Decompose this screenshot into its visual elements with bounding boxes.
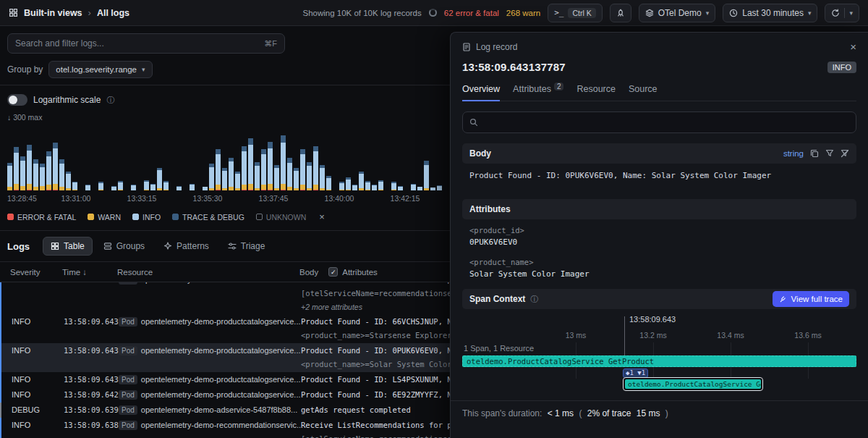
histogram-bar[interactable]	[248, 138, 253, 190]
drawer-tab-source[interactable]: Source	[629, 84, 658, 94]
span-selection-box[interactable]: oteldemo.ProductCatalogService GetP	[623, 377, 763, 391]
histogram-bar[interactable]	[46, 151, 51, 190]
histogram-bar[interactable]	[281, 135, 286, 190]
histogram-bar[interactable]	[346, 177, 351, 190]
legend-item[interactable]: WARN	[88, 213, 121, 222]
histogram-bar[interactable]	[98, 182, 103, 190]
histogram-bar[interactable]	[424, 161, 429, 190]
legend-item[interactable]: TRACE & DEBUG	[172, 213, 244, 222]
histogram-bar[interactable]	[176, 186, 182, 190]
view-full-trace-button[interactable]: View full trace	[773, 291, 849, 307]
histogram-bar[interactable]	[157, 168, 162, 190]
histogram-bar[interactable]	[118, 181, 123, 190]
time-range-select[interactable]: Last 30 minutes ▾	[723, 4, 817, 22]
histogram-bar[interactable]	[242, 146, 247, 190]
histogram-bar[interactable]	[14, 147, 19, 190]
histogram-bar[interactable]	[72, 182, 77, 190]
histogram-bar[interactable]	[235, 172, 240, 190]
command-palette-button[interactable]: >_ Ctrl K	[548, 4, 603, 22]
warn-count[interactable]: 268 warn	[506, 9, 540, 17]
refresh-progress-icon[interactable]	[429, 9, 437, 17]
legend-clear-button[interactable]: ×	[318, 211, 326, 222]
attribute-item[interactable]: <product_name>Solar System Color Imager	[469, 257, 849, 280]
histogram-bar[interactable]	[287, 158, 292, 190]
histogram-bar[interactable]	[203, 187, 208, 190]
histogram-bar[interactable]	[307, 162, 312, 190]
histogram-bar[interactable]	[85, 185, 90, 190]
error-count[interactable]: 62 error & fatal	[444, 9, 499, 17]
histogram-bar[interactable]	[255, 162, 260, 190]
histogram-bar[interactable]	[326, 176, 331, 190]
histogram-bar[interactable]	[268, 142, 273, 190]
search-input[interactable]	[15, 38, 264, 49]
view-tab-triage[interactable]: Triage	[220, 237, 273, 256]
histogram-bar[interactable]	[59, 159, 64, 190]
info-icon: ⓘ	[106, 95, 114, 106]
span-bar[interactable]: oteldemo.ProductCatalogService GetProduc…	[462, 355, 856, 367]
histogram-bar[interactable]	[320, 165, 325, 190]
histogram-bar[interactable]	[222, 168, 227, 190]
histogram-bar[interactable]	[261, 149, 266, 190]
view-tab-patterns[interactable]: Patterns	[156, 237, 217, 256]
histogram-bar[interactable]	[294, 168, 299, 190]
view-tab-groups[interactable]: Groups	[95, 237, 153, 256]
attribute-item[interactable]: <product_id>0PUK6V6EV0	[469, 225, 849, 248]
close-icon[interactable]: ×	[850, 41, 856, 52]
histogram-bar[interactable]	[209, 164, 214, 190]
histogram-bar[interactable]	[190, 184, 195, 190]
histogram-bar[interactable]	[378, 180, 383, 190]
histogram-bar[interactable]	[20, 156, 25, 190]
histogram-bar[interactable]	[150, 184, 156, 190]
histogram-bar[interactable]	[437, 185, 442, 190]
histogram-bar[interactable]	[7, 163, 12, 190]
histogram-bar[interactable]	[274, 165, 279, 190]
histogram-bar[interactable]	[66, 172, 71, 190]
histogram-bar[interactable]	[300, 149, 305, 190]
histogram-bar[interactable]	[163, 181, 169, 190]
histogram-bar[interactable]	[131, 185, 136, 190]
drawer-tab-resource[interactable]: Resource	[576, 84, 616, 94]
refresh-button[interactable]: ▾	[825, 4, 859, 22]
histogram-bar[interactable]	[398, 186, 403, 190]
histogram-bar[interactable]	[53, 143, 58, 190]
filter-include-icon[interactable]	[825, 149, 834, 158]
log-scale-toggle[interactable]	[7, 94, 27, 106]
group-by-select[interactable]: otel.log.severity.range ▾	[48, 61, 152, 78]
view-tab-table[interactable]: Table	[43, 237, 93, 256]
histogram-bar[interactable]	[365, 181, 370, 190]
histogram-bar[interactable]	[229, 158, 234, 190]
histogram-bar[interactable]	[216, 149, 221, 190]
drawer-tab-overview[interactable]: Overview	[462, 84, 500, 94]
histogram-bar[interactable]	[411, 184, 416, 190]
col-header-resource[interactable]: Resource	[117, 268, 299, 277]
breadcrumb-page[interactable]: All logs	[97, 8, 129, 18]
histogram-bar[interactable]	[430, 188, 435, 190]
filter-exclude-icon[interactable]	[841, 149, 849, 158]
legend-item[interactable]: UNKNOWN	[256, 213, 306, 222]
col-header-time[interactable]: Time ↓	[62, 268, 117, 277]
histogram-bar[interactable]	[372, 185, 377, 190]
histogram-bar[interactable]	[40, 164, 45, 190]
histogram-bar[interactable]	[359, 172, 364, 190]
histogram-bar[interactable]	[144, 180, 149, 190]
histogram-bar[interactable]	[417, 187, 422, 190]
dataset-select[interactable]: OTel Demo ▾	[639, 4, 716, 22]
histogram-bar[interactable]	[27, 145, 32, 190]
legend-item[interactable]: INFO	[132, 213, 161, 222]
quickstart-button[interactable]	[610, 4, 631, 22]
histogram-bar[interactable]	[313, 146, 318, 190]
copy-icon[interactable]	[810, 149, 819, 158]
drawer-tab-attributes[interactable]: Attributes2	[513, 84, 563, 94]
views-grid-icon[interactable]	[9, 8, 18, 17]
histogram-bar[interactable]	[33, 159, 38, 190]
drawer-search-input[interactable]	[483, 117, 849, 128]
histogram-bar[interactable]	[391, 182, 396, 190]
breadcrumb-section[interactable]: Built-in views	[24, 8, 82, 18]
histogram-bar[interactable]	[352, 185, 357, 190]
histogram-bar[interactable]	[339, 182, 344, 190]
legend-item[interactable]: ERROR & FATAL	[7, 213, 76, 222]
histogram-bar[interactable]	[111, 186, 116, 190]
col-header-body[interactable]: Body	[299, 268, 318, 277]
attributes-checkbox[interactable]: ✓	[328, 267, 338, 277]
col-header-severity[interactable]: Severity	[10, 268, 62, 277]
